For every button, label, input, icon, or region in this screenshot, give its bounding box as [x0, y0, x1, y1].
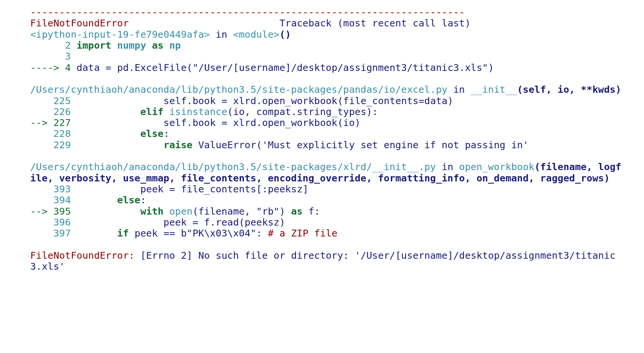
l227-g: open_workbook: [262, 117, 337, 128]
traceback-output: ----------------------------------------…: [0, 0, 644, 295]
l394-b: else: [117, 194, 140, 206]
l225-c: book: [193, 95, 222, 106]
tb-gap: [129, 17, 279, 29]
l395-i: ): [279, 206, 285, 217]
l393-e: peeksz: [268, 183, 303, 195]
frame0-loc: <ipython-input-19-fe79e0449afa>: [30, 29, 210, 40]
l227-arrow: -->: [30, 117, 53, 128]
l229-b: raise: [163, 139, 193, 150]
frame0-sig: (): [279, 29, 291, 40]
l229-num: 229: [53, 139, 71, 150]
l397-c: peek: [129, 227, 163, 239]
l227-c: book: [193, 117, 222, 128]
l396-pre: [30, 216, 53, 228]
tb-label: Traceback (most recent call last): [279, 17, 471, 29]
frame2-func: open_workbook: [459, 161, 535, 172]
l4-b: pd: [111, 62, 129, 73]
l4-d1: .: [129, 62, 134, 73]
l225-i: file_contents: [343, 95, 419, 106]
l397-b: if: [117, 227, 129, 239]
l225-e: xlrd: [227, 95, 256, 106]
l395-l: f: [303, 206, 314, 217]
l227-j: ): [355, 117, 361, 128]
l396-h: ): [279, 216, 285, 228]
l226-i: string_types: [297, 106, 366, 117]
l228-a: [71, 128, 140, 139]
l226-j: ):: [367, 106, 378, 117]
l227-h: (: [337, 117, 343, 128]
l2-as: as: [146, 40, 169, 51]
l225-b: .: [187, 95, 193, 106]
l228-b: else: [140, 128, 163, 139]
l229-a: [71, 139, 163, 150]
l2-kw: import: [71, 40, 117, 51]
l397-num: 397: [53, 227, 71, 239]
l394-c: :: [140, 194, 146, 206]
l225-g: open_workbook: [262, 95, 337, 106]
l395-k: as: [291, 206, 303, 217]
l397-e: b: [175, 227, 187, 239]
l393-c: file_contents: [175, 183, 256, 195]
l228-num: 228: [53, 128, 71, 139]
l395-a: [71, 206, 140, 217]
l396-num: 396: [53, 216, 71, 228]
l226-d: (: [227, 106, 233, 117]
l3-num: 3: [65, 51, 71, 62]
l394-a: [71, 194, 117, 206]
l394-pre: [30, 194, 53, 206]
l4-cp: ): [488, 62, 494, 73]
l225-l: ): [447, 95, 453, 106]
frame1-sig: (self, io, **kwds): [517, 84, 621, 95]
l2-num: 2: [65, 40, 71, 51]
l226-h: .: [291, 106, 297, 117]
l4-op: (: [187, 62, 193, 73]
tb-error-name: FileNotFoundError: [30, 17, 129, 29]
l226-f: ,: [245, 106, 250, 117]
frame1-in: in: [447, 84, 470, 95]
frame2-path: /Users/cynthiaoh/anaconda/lib/python3.5/…: [30, 161, 436, 172]
l395-c: open: [163, 206, 193, 217]
l2-alias: np: [169, 40, 181, 51]
l396-a: peek: [71, 216, 192, 228]
l396-b: =: [193, 216, 198, 228]
l226-num: 226: [53, 106, 71, 117]
l3-rest: [71, 51, 76, 62]
l393-a: peek: [71, 183, 169, 195]
l394-num: 394: [53, 194, 71, 206]
l226-b: elif: [140, 106, 163, 117]
l225-num: 225: [53, 95, 71, 106]
frame2-in: in: [436, 161, 459, 172]
l397-h: # a ZIP file: [262, 227, 337, 239]
l226-c: isinstance: [163, 106, 227, 117]
l4-num: 4: [65, 62, 71, 73]
l226-a: [71, 106, 140, 117]
l225-k: data: [424, 95, 447, 106]
l227-e: xlrd: [227, 117, 256, 128]
l395-h: "rb": [256, 206, 279, 217]
l227-i: io: [343, 117, 355, 128]
l226-g: compat: [250, 106, 291, 117]
l395-m: :: [314, 206, 320, 217]
l226-pre: [30, 106, 53, 117]
l3-pre: [30, 51, 65, 62]
l395-g: [250, 206, 256, 217]
l225-pre: [30, 95, 53, 106]
l229-c: ValueError: [193, 139, 256, 150]
l397-a: [71, 227, 117, 239]
l227-d: =: [222, 117, 227, 128]
l227-f: .: [256, 117, 262, 128]
l4-a: data: [71, 62, 105, 73]
l4-str: "/User/[username]/desktop/assignment3/ti…: [193, 62, 488, 73]
l393-f: ]: [303, 183, 308, 195]
frame1-func: __init__: [471, 84, 517, 95]
tb-divider: ----------------------------------------…: [30, 6, 465, 18]
l393-pre: [30, 183, 53, 195]
final-err: FileNotFoundError: [30, 250, 129, 261]
l396-d: .: [210, 216, 216, 228]
l395-num: 395: [53, 206, 71, 217]
l227-b: .: [187, 117, 193, 128]
l225-d: =: [222, 95, 227, 106]
frame1-path: /Users/cynthiaoh/anaconda/lib/python3.5/…: [30, 84, 447, 95]
l225-f: .: [256, 95, 262, 106]
l228-c: :: [163, 128, 169, 139]
